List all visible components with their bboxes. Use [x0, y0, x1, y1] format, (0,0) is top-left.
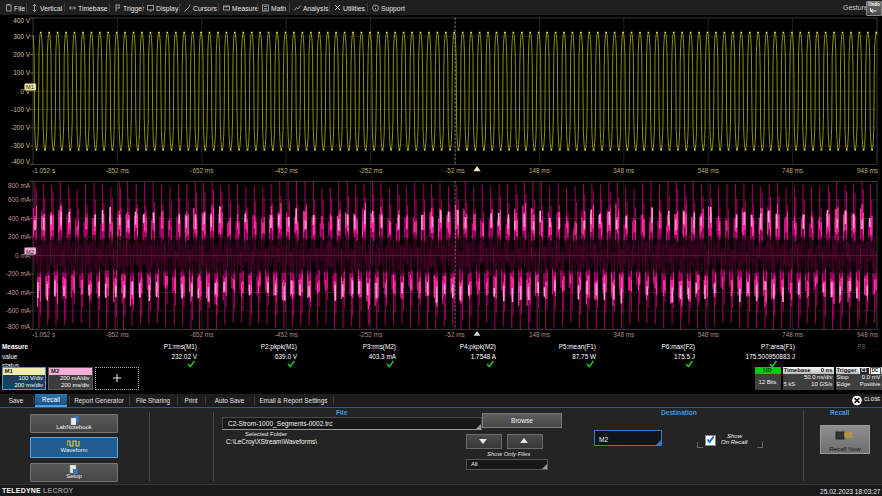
svg-text:100 V: 100 V [13, 69, 30, 76]
svg-text:-52 ms: -52 ms [445, 167, 465, 174]
svg-text:-52 ms: -52 ms [445, 331, 465, 338]
svg-text:-400 V: -400 V [11, 158, 31, 165]
svg-text:-1.052 s: -1.052 s [32, 331, 55, 338]
svg-text:-252 ms: -252 ms [359, 331, 382, 338]
svg-text:-100 V: -100 V [11, 106, 31, 113]
svg-text:148 ms: 148 ms [529, 167, 550, 174]
svg-text:-200 mA: -200 mA [6, 270, 31, 277]
svg-text:-200 V: -200 V [11, 124, 31, 131]
svg-text:600 mA: 600 mA [8, 196, 31, 203]
svg-text:-400 mA: -400 mA [6, 289, 31, 296]
svg-text:-300 V: -300 V [11, 142, 31, 149]
svg-text:748 ms: 748 ms [782, 331, 803, 338]
svg-text:-1.052 s: -1.052 s [32, 167, 55, 174]
svg-text:400 mA: 400 mA [8, 215, 31, 222]
svg-text:-452 ms: -452 ms [275, 167, 298, 174]
svg-text:-852 ms: -852 ms [106, 167, 129, 174]
svg-text:0 mA: 0 mA [15, 252, 31, 259]
svg-text:-652 ms: -652 ms [190, 167, 213, 174]
svg-text:948 ms: 948 ms [857, 331, 878, 338]
svg-text:548 ms: 548 ms [698, 331, 719, 338]
svg-text:-452 ms: -452 ms [275, 331, 298, 338]
svg-text:-652 ms: -652 ms [190, 331, 213, 338]
svg-text:548 ms: 548 ms [698, 167, 719, 174]
svg-text:400 V: 400 V [13, 17, 30, 24]
svg-text:800 mA: 800 mA [8, 182, 31, 189]
svg-text:200 V: 200 V [13, 51, 30, 58]
svg-text:348 ms: 348 ms [613, 331, 634, 338]
svg-text:948 ms: 948 ms [857, 167, 878, 174]
svg-text:300 V: 300 V [13, 33, 30, 40]
svg-text:200 mA: 200 mA [8, 233, 31, 240]
svg-text:-600 mA: -600 mA [6, 307, 31, 314]
svg-text:148 ms: 148 ms [529, 331, 550, 338]
svg-text:0 V: 0 V [20, 88, 30, 95]
svg-text:-852 ms: -852 ms [106, 331, 129, 338]
svg-text:748 ms: 748 ms [782, 167, 803, 174]
svg-text:-800 mA: -800 mA [6, 323, 31, 330]
svg-text:348 ms: 348 ms [613, 167, 634, 174]
svg-text:-252 ms: -252 ms [359, 167, 382, 174]
